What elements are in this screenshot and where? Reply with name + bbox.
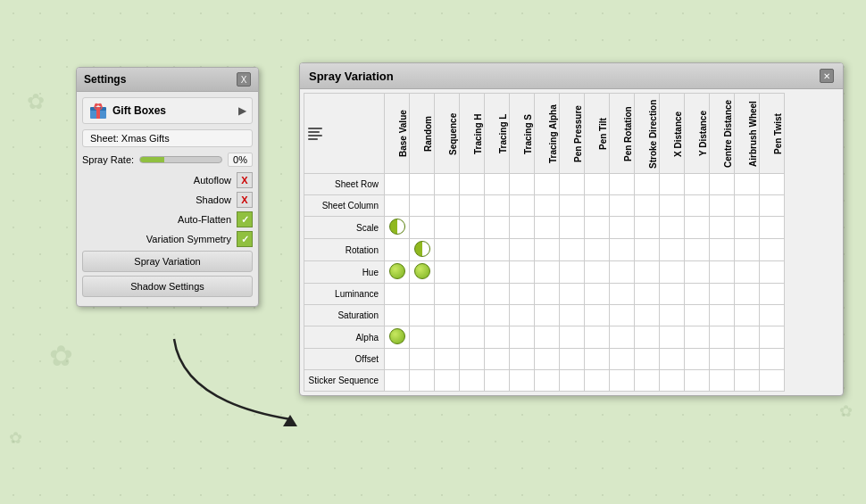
cell-offset-10[interactable] bbox=[635, 349, 660, 370]
cell-hue-9[interactable] bbox=[610, 261, 635, 284]
cell-sticker-14[interactable] bbox=[735, 370, 760, 392]
sv-close-button[interactable]: ✕ bbox=[820, 69, 834, 83]
cell-rotation-13[interactable] bbox=[710, 239, 735, 261]
cell-offset-14[interactable] bbox=[735, 349, 760, 370]
cell-alpha-13[interactable] bbox=[710, 326, 735, 349]
cell-rotation-6[interactable] bbox=[535, 239, 560, 261]
cell-offset-1[interactable] bbox=[410, 349, 435, 370]
cell-sticker-5[interactable] bbox=[510, 370, 535, 392]
cell-alpha-10[interactable] bbox=[635, 326, 660, 349]
cell-offset-12[interactable] bbox=[685, 349, 710, 370]
cell-sheet-row-13[interactable] bbox=[710, 174, 735, 195]
cell-rotation-10[interactable] bbox=[635, 239, 660, 261]
cell-rotation-4[interactable] bbox=[485, 239, 510, 261]
cell-scale-4[interactable] bbox=[485, 217, 510, 239]
cell-sheet-col-4[interactable] bbox=[485, 195, 510, 217]
cell-sheet-row-6[interactable] bbox=[535, 174, 560, 195]
cell-sticker-9[interactable] bbox=[610, 370, 635, 392]
cell-sticker-12[interactable] bbox=[685, 370, 710, 392]
align-icon[interactable] bbox=[306, 125, 324, 143]
cell-hue-7[interactable] bbox=[560, 261, 585, 284]
cell-sheet-col-6[interactable] bbox=[535, 195, 560, 217]
cell-rotation-1[interactable] bbox=[410, 239, 435, 261]
cell-rotation-8[interactable] bbox=[585, 239, 610, 261]
cell-sticker-1[interactable] bbox=[410, 370, 435, 392]
cell-scale-13[interactable] bbox=[710, 217, 735, 239]
cell-sticker-0[interactable] bbox=[385, 370, 410, 392]
cell-hue-0[interactable] bbox=[385, 261, 410, 284]
cell-alpha-6[interactable] bbox=[535, 326, 560, 349]
cell-offset-0[interactable] bbox=[385, 349, 410, 370]
cell-sat-10[interactable] bbox=[635, 305, 660, 326]
variation-symmetry-checkbox[interactable]: ✓ bbox=[237, 231, 253, 247]
cell-alpha-5[interactable] bbox=[510, 326, 535, 349]
cell-alpha-8[interactable] bbox=[585, 326, 610, 349]
cell-sat-14[interactable] bbox=[735, 305, 760, 326]
cell-hue-8[interactable] bbox=[585, 261, 610, 284]
cell-rotation-12[interactable] bbox=[685, 239, 710, 261]
cell-lum-11[interactable] bbox=[660, 284, 685, 305]
cell-rotation-9[interactable] bbox=[610, 239, 635, 261]
cell-rotation-7[interactable] bbox=[560, 239, 585, 261]
cell-scale-7[interactable] bbox=[560, 217, 585, 239]
cell-scale-15[interactable] bbox=[760, 217, 785, 239]
cell-sat-6[interactable] bbox=[535, 305, 560, 326]
cell-lum-8[interactable] bbox=[585, 284, 610, 305]
cell-rotation-3[interactable] bbox=[460, 239, 485, 261]
cell-hue-2[interactable] bbox=[435, 261, 460, 284]
cell-lum-4[interactable] bbox=[485, 284, 510, 305]
cell-sheet-col-9[interactable] bbox=[610, 195, 635, 217]
cell-sheet-row-14[interactable] bbox=[735, 174, 760, 195]
cell-alpha-9[interactable] bbox=[610, 326, 635, 349]
cell-offset-3[interactable] bbox=[460, 349, 485, 370]
cell-scale-6[interactable] bbox=[535, 217, 560, 239]
cell-sheet-col-5[interactable] bbox=[510, 195, 535, 217]
cell-sticker-15[interactable] bbox=[760, 370, 785, 392]
cell-scale-3[interactable] bbox=[460, 217, 485, 239]
cell-alpha-12[interactable] bbox=[685, 326, 710, 349]
cell-rotation-11[interactable] bbox=[660, 239, 685, 261]
cell-alpha-0[interactable] bbox=[385, 326, 410, 349]
cell-scale-11[interactable] bbox=[660, 217, 685, 239]
cell-offset-5[interactable] bbox=[510, 349, 535, 370]
cell-hue-12[interactable] bbox=[685, 261, 710, 284]
cell-offset-4[interactable] bbox=[485, 349, 510, 370]
cell-sticker-11[interactable] bbox=[660, 370, 685, 392]
cell-rotation-2[interactable] bbox=[435, 239, 460, 261]
cell-sheet-row-5[interactable] bbox=[510, 174, 535, 195]
cell-sat-11[interactable] bbox=[660, 305, 685, 326]
cell-sheet-col-8[interactable] bbox=[585, 195, 610, 217]
cell-sat-3[interactable] bbox=[460, 305, 485, 326]
cell-lum-14[interactable] bbox=[735, 284, 760, 305]
cell-scale-2[interactable] bbox=[435, 217, 460, 239]
cell-offset-11[interactable] bbox=[660, 349, 685, 370]
shadow-checkbox[interactable]: X bbox=[237, 192, 253, 208]
cell-scale-9[interactable] bbox=[610, 217, 635, 239]
cell-offset-9[interactable] bbox=[610, 349, 635, 370]
cell-lum-9[interactable] bbox=[610, 284, 635, 305]
cell-offset-13[interactable] bbox=[710, 349, 735, 370]
spray-rate-slider[interactable] bbox=[139, 156, 222, 163]
cell-scale-0[interactable] bbox=[385, 217, 410, 239]
cell-lum-7[interactable] bbox=[560, 284, 585, 305]
cell-rotation-5[interactable] bbox=[510, 239, 535, 261]
cell-alpha-1[interactable] bbox=[410, 326, 435, 349]
cell-rotation-15[interactable] bbox=[760, 239, 785, 261]
cell-sheet-col-12[interactable] bbox=[685, 195, 710, 217]
cell-sheet-row-2[interactable] bbox=[435, 174, 460, 195]
cell-sticker-8[interactable] bbox=[585, 370, 610, 392]
cell-sat-15[interactable] bbox=[760, 305, 785, 326]
cell-offset-8[interactable] bbox=[585, 349, 610, 370]
cell-alpha-7[interactable] bbox=[560, 326, 585, 349]
auto-flatten-checkbox[interactable]: ✓ bbox=[237, 211, 253, 227]
cell-lum-2[interactable] bbox=[435, 284, 460, 305]
spray-variation-button[interactable]: Spray Variation bbox=[82, 251, 253, 272]
cell-sat-12[interactable] bbox=[685, 305, 710, 326]
cell-lum-5[interactable] bbox=[510, 284, 535, 305]
settings-close-button[interactable]: X bbox=[237, 72, 251, 87]
cell-sat-4[interactable] bbox=[485, 305, 510, 326]
cell-sheet-col-15[interactable] bbox=[760, 195, 785, 217]
autoflow-checkbox[interactable]: X bbox=[237, 172, 253, 188]
cell-sticker-10[interactable] bbox=[635, 370, 660, 392]
cell-sheet-row-11[interactable] bbox=[660, 174, 685, 195]
